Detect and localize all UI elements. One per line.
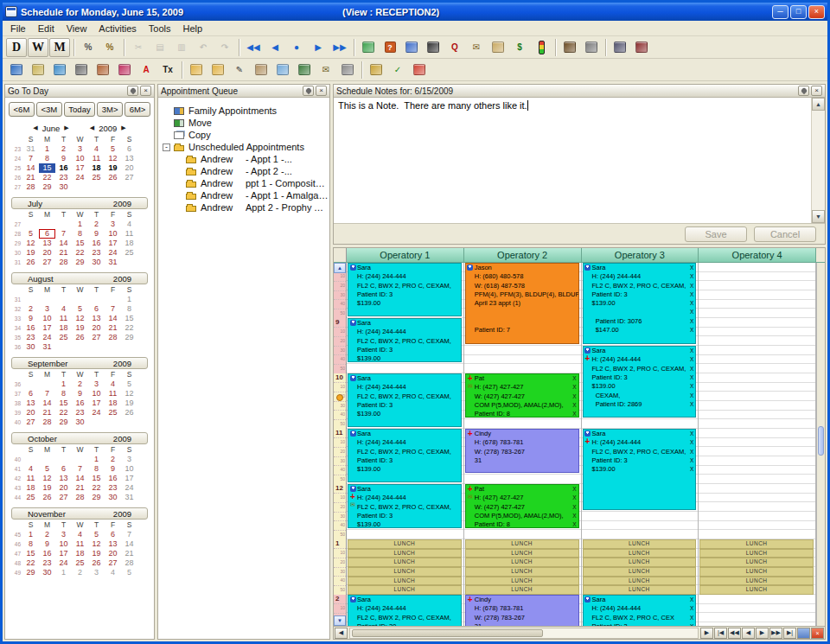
month-view-button[interactable]: M bbox=[49, 38, 70, 57]
perio-chart-icon[interactable] bbox=[71, 61, 92, 80]
queue-item[interactable]: Andrewppt 1 - Composite - 60 bbox=[158, 177, 329, 189]
day-cell[interactable]: 26 bbox=[39, 493, 55, 502]
operatory-header-2[interactable]: Operatory 2 bbox=[464, 248, 582, 263]
appointment-block[interactable]: +CindyH: (678) 783-781W: (278) 783-26731… bbox=[465, 429, 579, 473]
day-cell[interactable]: 4 bbox=[22, 464, 39, 474]
menu-view[interactable]: View bbox=[61, 22, 93, 35]
day-cell[interactable]: 1 bbox=[22, 530, 39, 539]
scroll-up-button[interactable]: ▲ bbox=[334, 263, 346, 273]
close-button[interactable]: × bbox=[808, 5, 825, 19]
day-cell[interactable]: 2 bbox=[39, 530, 55, 539]
patient-folder-icon[interactable] bbox=[186, 61, 207, 80]
practice-goals-icon[interactable]: % bbox=[99, 38, 120, 57]
day-cell[interactable]: 3 bbox=[39, 304, 55, 314]
day-view-button[interactable]: D bbox=[6, 38, 27, 57]
day-cell[interactable]: 21 bbox=[121, 549, 137, 558]
pinboard-icon[interactable] bbox=[114, 61, 135, 80]
day-cell[interactable]: 18 bbox=[121, 239, 137, 248]
day-cell[interactable]: 3 bbox=[72, 144, 88, 154]
day-cell[interactable]: 18 bbox=[22, 483, 39, 493]
day-cell[interactable]: 30 bbox=[55, 182, 72, 192]
day-cell[interactable]: 8 bbox=[39, 154, 55, 163]
h-scroll-right-button[interactable]: ▶ bbox=[700, 628, 713, 639]
day-cell[interactable]: 16 bbox=[72, 399, 88, 408]
day-cell[interactable]: 20 bbox=[39, 248, 55, 258]
day-cell[interactable]: 10 bbox=[39, 314, 55, 323]
day-cell[interactable]: 27 bbox=[55, 493, 72, 502]
correspondence-icon[interactable]: ✉ bbox=[316, 61, 336, 80]
day-cell[interactable]: 23 bbox=[55, 173, 72, 182]
vertical-scrollbar[interactable] bbox=[816, 263, 825, 626]
treatment-view-icon[interactable] bbox=[559, 38, 580, 57]
menu-edit[interactable]: Edit bbox=[32, 22, 61, 35]
day-cell[interactable]: 24 bbox=[88, 408, 105, 418]
close-schedule-button[interactable]: × bbox=[811, 628, 824, 639]
pin-button[interactable] bbox=[127, 86, 138, 96]
day-cell[interactable]: 25 bbox=[55, 333, 72, 342]
day-cell[interactable]: 22 bbox=[39, 173, 55, 182]
history-icon[interactable] bbox=[366, 61, 386, 80]
month-header-button[interactable]: August2009 bbox=[11, 272, 148, 284]
day-cell[interactable]: 26 bbox=[88, 558, 105, 568]
forward-3-months-button[interactable]: 3M> bbox=[97, 102, 123, 117]
day-cell[interactable]: 8 bbox=[88, 464, 105, 474]
queue-item[interactable]: Move bbox=[158, 117, 329, 129]
day-cell[interactable]: 3 bbox=[105, 220, 121, 229]
day-cell[interactable]: 16 bbox=[55, 163, 72, 173]
small-calendar-icon[interactable] bbox=[272, 61, 293, 80]
lunch-block[interactable]: LUNCH bbox=[348, 585, 462, 595]
day-cell[interactable]: 23 bbox=[105, 483, 121, 493]
cancel-button[interactable]: Cancel bbox=[754, 226, 816, 242]
last-day-icon[interactable]: ▶▶ bbox=[329, 38, 350, 57]
day-cell[interactable]: 1 bbox=[55, 568, 72, 577]
notes-textarea[interactable]: This is a Note. There are many others li… bbox=[335, 99, 810, 222]
lunch-block[interactable]: LUNCH bbox=[465, 577, 579, 586]
day-cell[interactable]: 3 bbox=[121, 455, 137, 464]
go-prev-day-button[interactable]: ◀◀ bbox=[728, 628, 741, 639]
menu-file[interactable]: File bbox=[4, 22, 32, 35]
day-cell[interactable]: 26 bbox=[72, 333, 88, 342]
clipboard-icon[interactable] bbox=[251, 61, 271, 80]
appointment-block[interactable]: +✉PatH: (427) 427-427W: (427) 427-427COM… bbox=[465, 484, 579, 528]
day-cell[interactable]: 18 bbox=[55, 323, 72, 333]
lunch-block[interactable]: LUNCH bbox=[583, 577, 697, 586]
day-cell[interactable]: 6 bbox=[121, 144, 137, 154]
day-cell[interactable]: 22 bbox=[55, 408, 72, 418]
day-cell[interactable]: 10 bbox=[72, 154, 88, 163]
medical-alert-icon[interactable]: A bbox=[136, 61, 156, 80]
day-cell[interactable]: 2 bbox=[105, 455, 121, 464]
day-cell[interactable]: 12 bbox=[121, 389, 137, 399]
queue-item[interactable]: Andrew- Appt 1 - Amalgam - 60 bbox=[158, 189, 329, 201]
back-6-months-button[interactable]: <6M bbox=[9, 102, 35, 117]
notes-scrollbar[interactable]: ▲ ▼ bbox=[811, 98, 825, 223]
day-cell[interactable]: 22 bbox=[22, 558, 39, 568]
day-cell[interactable]: 7 bbox=[55, 229, 72, 239]
search-icon[interactable] bbox=[401, 38, 422, 57]
lunch-block[interactable]: LUNCH bbox=[348, 549, 462, 558]
previous-day-icon[interactable]: ◀ bbox=[265, 38, 285, 57]
day-cell[interactable]: 26 bbox=[121, 408, 137, 418]
day-cell[interactable]: 31 bbox=[105, 258, 121, 267]
traffic-light-icon[interactable] bbox=[531, 38, 552, 57]
day-cell[interactable]: 1 bbox=[39, 144, 55, 154]
appointment-block[interactable]: SaraH: (244) 244-444FL2 C, BWX 2, PRO C,… bbox=[348, 318, 462, 362]
day-cell[interactable]: 19 bbox=[39, 483, 55, 493]
day-cell[interactable]: 31 bbox=[22, 144, 39, 154]
menu-help[interactable]: Help bbox=[176, 22, 208, 35]
day-cell[interactable]: 16 bbox=[22, 323, 39, 333]
day-cell[interactable]: 24 bbox=[105, 248, 121, 258]
first-day-icon[interactable]: ◀◀ bbox=[243, 38, 264, 57]
day-cell[interactable]: 17 bbox=[39, 323, 55, 333]
day-cell[interactable]: 6 bbox=[55, 464, 72, 474]
close-panel-button[interactable]: × bbox=[140, 86, 151, 96]
week-view-button[interactable]: W bbox=[28, 38, 48, 57]
appointment-block[interactable]: SaraH: (244) 244-444FL2 C, BWX 2, PRO C,… bbox=[348, 595, 462, 626]
day-cell[interactable]: 12 bbox=[105, 154, 121, 163]
lunch-block[interactable]: LUNCH bbox=[699, 577, 814, 586]
day-cell[interactable]: 10 bbox=[88, 389, 105, 399]
day-cell[interactable]: 17 bbox=[121, 474, 137, 483]
appointment-block[interactable]: SaraH: (244) 244-444FL2 C, BWX 2, PRO C,… bbox=[348, 429, 462, 482]
verify-icon[interactable]: ✓ bbox=[387, 61, 408, 80]
day-cell[interactable]: 8 bbox=[72, 229, 88, 239]
day-cell[interactable]: 8 bbox=[121, 304, 137, 314]
